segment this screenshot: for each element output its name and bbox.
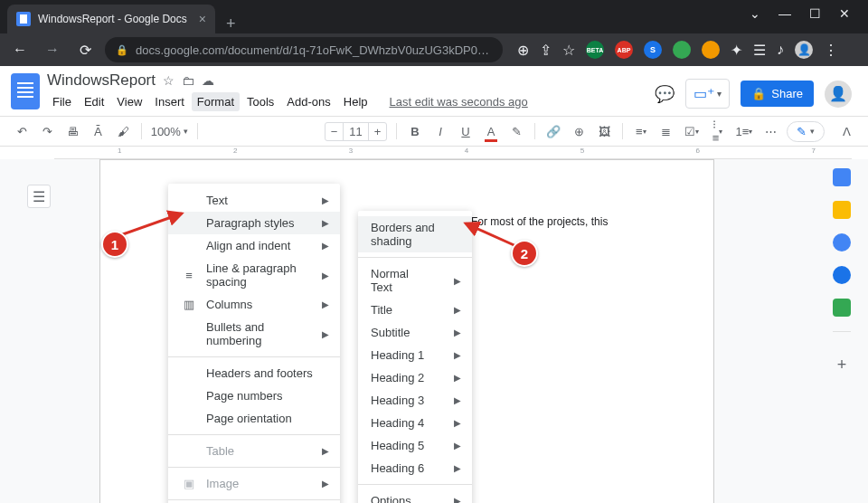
reading-list-icon[interactable]: ☰	[753, 42, 766, 59]
share-button[interactable]: 🔒 Share	[741, 81, 814, 107]
star-icon[interactable]: ☆	[163, 73, 175, 88]
menu-addons[interactable]: Add-ons	[281, 92, 335, 111]
insert-comment-button[interactable]: ⊕	[570, 121, 588, 142]
format-menu-item: Table▶	[168, 440, 340, 462]
format-menu-item[interactable]: ▥Columns▶	[168, 293, 340, 316]
maps-icon[interactable]	[833, 299, 851, 317]
minimize-icon[interactable]: —	[778, 6, 791, 21]
menu-format[interactable]: Format	[192, 92, 240, 111]
share-page-icon[interactable]: ⇪	[540, 42, 552, 59]
chevron-down-icon[interactable]: ⌄	[750, 6, 760, 21]
docs-favicon	[16, 12, 31, 26]
extension-green-icon[interactable]	[673, 41, 691, 59]
cloud-status-icon[interactable]: ☁	[202, 73, 214, 88]
tasks-icon[interactable]	[833, 233, 851, 252]
forward-button[interactable]: →	[40, 37, 65, 62]
browser-menu-icon[interactable]: ⋮	[824, 42, 838, 59]
checklist-button[interactable]: ☑ ▾	[683, 121, 702, 142]
line-spacing-button[interactable]: ≣	[657, 121, 675, 142]
format-menu-item[interactable]: Text▶	[168, 189, 340, 212]
calendar-icon[interactable]	[833, 168, 851, 186]
back-button[interactable]: ←	[7, 37, 33, 62]
horizontal-ruler[interactable]: 1234567	[54, 147, 852, 159]
underline-button[interactable]: U	[457, 121, 475, 142]
bulleted-list-button[interactable]: ⁝≡ ▾	[708, 114, 726, 148]
paragraph-style-item[interactable]: Heading 1▶	[358, 344, 472, 366]
address-bar[interactable]: 🔒 docs.google.com/document/d/1q-71oFwK_D…	[105, 37, 503, 62]
extension-s-icon[interactable]: S	[644, 41, 662, 59]
add-addon-icon[interactable]: +	[837, 356, 847, 375]
undo-button[interactable]: ↶	[13, 121, 31, 142]
menu-view[interactable]: View	[111, 92, 147, 111]
profile-avatar-icon[interactable]: 👤	[795, 41, 813, 59]
highlight-button[interactable]: ✎	[507, 121, 525, 142]
font-size-input[interactable]: − 11 +	[325, 122, 388, 141]
paragraph-style-item[interactable]: Borders and shading	[358, 216, 472, 252]
tab-title: WindowsReport - Google Docs	[38, 13, 192, 25]
numbered-list-button[interactable]: 1≡ ▾	[734, 121, 754, 142]
music-icon[interactable]: ♪	[777, 42, 784, 58]
zoom-select[interactable]: 100%▾	[151, 125, 188, 138]
format-menu: Text▶Paragraph styles▶Align and indent▶≡…	[168, 184, 340, 503]
paragraph-style-item[interactable]: Heading 5▶	[358, 434, 472, 457]
paragraph-style-item[interactable]: Heading 6▶	[358, 457, 472, 479]
last-edit-link[interactable]: Last edit was seconds ago	[384, 92, 533, 111]
redo-button[interactable]: ↷	[38, 121, 56, 142]
format-menu-item[interactable]: Align and indent▶	[168, 234, 340, 257]
paragraph-style-item[interactable]: Normal Text▶	[358, 262, 472, 299]
font-size-increase[interactable]: +	[369, 123, 387, 140]
keep-icon[interactable]	[833, 201, 851, 219]
menu-file[interactable]: File	[47, 92, 77, 111]
insert-link-button[interactable]: 🔗	[544, 121, 563, 142]
account-avatar[interactable]: 👤	[825, 81, 852, 108]
menu-tools[interactable]: Tools	[241, 92, 279, 111]
print-button[interactable]: 🖶	[63, 121, 81, 142]
paragraph-style-item[interactable]: Subtitle▶	[358, 321, 472, 344]
format-menu-item[interactable]: Headers and footers	[168, 362, 340, 384]
collapse-toolbar-button[interactable]: ᐱ	[837, 121, 855, 142]
spellcheck-button[interactable]: Ᾱ	[89, 121, 107, 142]
bookmark-icon[interactable]: ☆	[562, 42, 575, 59]
extension-beta-icon[interactable]: BETA	[586, 41, 604, 59]
extension-orange-icon[interactable]	[702, 41, 720, 59]
browser-tab[interactable]: WindowsReport - Google Docs ×	[7, 5, 215, 33]
menu-edit[interactable]: Edit	[79, 92, 109, 111]
text-color-button[interactable]: A	[482, 121, 500, 142]
paragraph-style-item[interactable]: Heading 4▶	[358, 412, 472, 434]
paragraph-style-item[interactable]: Options▶	[358, 489, 472, 503]
menu-help[interactable]: Help	[338, 92, 373, 111]
comment-history-icon[interactable]: 💬	[655, 84, 675, 104]
format-menu-item[interactable]: Bullets and numbering▶	[168, 316, 340, 352]
paragraph-style-item[interactable]: Heading 2▶	[358, 366, 472, 389]
format-menu-item[interactable]: Page orientation	[168, 407, 340, 430]
format-menu-item[interactable]: Paragraph styles▶	[168, 212, 340, 234]
paint-format-button[interactable]: 🖌	[114, 121, 132, 142]
menubar: File Edit View Insert Format Tools Add-o…	[47, 92, 647, 111]
editing-mode-button[interactable]: ✎ ▾	[787, 121, 825, 142]
bold-button[interactable]: B	[406, 121, 424, 142]
close-tab-icon[interactable]: ×	[199, 12, 206, 26]
extension-abp-icon[interactable]: ABP	[615, 41, 633, 59]
move-icon[interactable]: 🗀	[182, 73, 194, 88]
format-menu-item[interactable]: ≡Line & paragraph spacing▶	[168, 257, 340, 293]
docs-logo-icon[interactable]	[11, 73, 40, 109]
zoom-icon[interactable]: ⊕	[517, 42, 529, 59]
insert-image-button[interactable]: 🖼	[595, 121, 613, 142]
contacts-icon[interactable]	[833, 266, 851, 284]
present-button[interactable]: ▭⁺ ▾	[685, 79, 730, 109]
maximize-icon[interactable]: ☐	[809, 6, 821, 21]
close-window-icon[interactable]: ✕	[839, 6, 850, 21]
reload-button[interactable]: ⟳	[72, 37, 98, 62]
paragraph-style-item[interactable]: Title▶	[358, 299, 472, 321]
new-tab-button[interactable]: +	[215, 14, 247, 33]
extensions-icon[interactable]: ✦	[731, 42, 742, 59]
font-size-decrease[interactable]: −	[326, 123, 344, 140]
more-toolbar-button[interactable]: ⋯	[761, 121, 779, 142]
menu-insert[interactable]: Insert	[149, 92, 190, 111]
document-title[interactable]: WindowsReport	[47, 71, 156, 90]
italic-button[interactable]: I	[431, 121, 449, 142]
show-outline-button[interactable]: ☰	[27, 185, 51, 208]
paragraph-style-item[interactable]: Heading 3▶	[358, 389, 472, 412]
format-menu-item[interactable]: Page numbers	[168, 384, 340, 407]
align-button[interactable]: ≡ ▾	[632, 121, 650, 142]
